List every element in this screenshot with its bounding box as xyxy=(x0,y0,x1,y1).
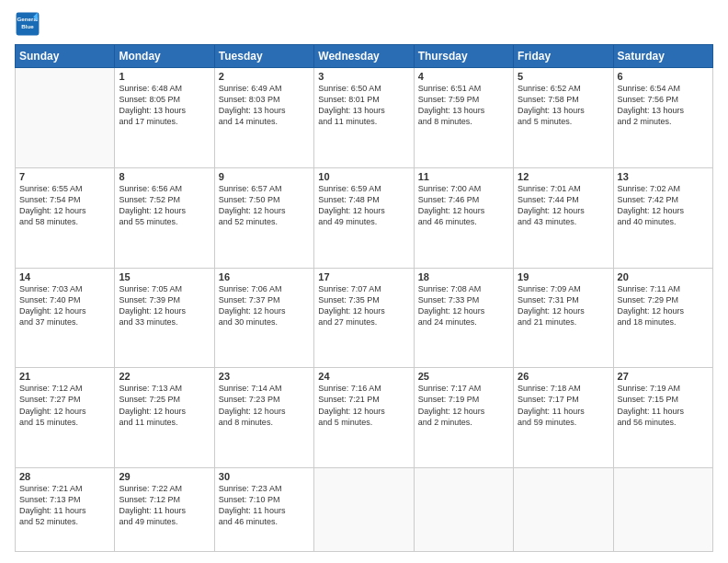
calendar-cell: 21Sunrise: 7:12 AM Sunset: 7:27 PM Dayli… xyxy=(16,368,115,468)
day-info: Sunrise: 7:06 AM Sunset: 7:37 PM Dayligh… xyxy=(219,283,310,328)
day-info: Sunrise: 6:54 AM Sunset: 7:56 PM Dayligh… xyxy=(618,83,709,128)
page: General Blue SundayMondayTuesdayWednesda… xyxy=(0,0,728,563)
day-number: 20 xyxy=(618,271,709,282)
logo-icon: General Blue xyxy=(15,11,40,37)
day-info: Sunrise: 7:00 AM Sunset: 7:46 PM Dayligh… xyxy=(418,183,509,228)
day-number: 11 xyxy=(418,171,509,182)
day-number: 4 xyxy=(418,71,509,82)
calendar-cell: 27Sunrise: 7:19 AM Sunset: 7:15 PM Dayli… xyxy=(613,368,712,468)
day-info: Sunrise: 7:22 AM Sunset: 7:12 PM Dayligh… xyxy=(119,483,210,528)
day-number: 25 xyxy=(418,371,509,382)
day-info: Sunrise: 7:18 AM Sunset: 7:17 PM Dayligh… xyxy=(518,383,609,428)
svg-text:Blue: Blue xyxy=(21,23,34,29)
day-info: Sunrise: 6:48 AM Sunset: 8:05 PM Dayligh… xyxy=(119,83,210,128)
calendar-cell: 18Sunrise: 7:08 AM Sunset: 7:33 PM Dayli… xyxy=(414,268,513,368)
day-info: Sunrise: 6:51 AM Sunset: 7:59 PM Dayligh… xyxy=(418,83,509,128)
day-info: Sunrise: 7:17 AM Sunset: 7:19 PM Dayligh… xyxy=(418,383,509,428)
day-number: 21 xyxy=(19,371,110,382)
day-number: 10 xyxy=(318,171,409,182)
calendar-cell: 5Sunrise: 6:52 AM Sunset: 7:58 PM Daylig… xyxy=(514,68,613,168)
calendar-cell: 22Sunrise: 7:13 AM Sunset: 7:25 PM Dayli… xyxy=(115,368,214,468)
weekday-header-row: SundayMondayTuesdayWednesdayThursdayFrid… xyxy=(16,45,713,68)
calendar-cell: 30Sunrise: 7:23 AM Sunset: 7:10 PM Dayli… xyxy=(214,468,313,552)
day-info: Sunrise: 6:50 AM Sunset: 8:01 PM Dayligh… xyxy=(318,83,409,128)
calendar-cell: 20Sunrise: 7:11 AM Sunset: 7:29 PM Dayli… xyxy=(613,268,712,368)
calendar-cell: 29Sunrise: 7:22 AM Sunset: 7:12 PM Dayli… xyxy=(115,468,214,552)
day-number: 1 xyxy=(119,71,210,82)
day-number: 7 xyxy=(19,171,110,182)
calendar-cell xyxy=(514,468,613,552)
day-info: Sunrise: 7:01 AM Sunset: 7:44 PM Dayligh… xyxy=(518,183,609,228)
weekday-header-friday: Friday xyxy=(514,45,613,68)
day-info: Sunrise: 7:12 AM Sunset: 7:27 PM Dayligh… xyxy=(19,383,110,428)
day-info: Sunrise: 6:55 AM Sunset: 7:54 PM Dayligh… xyxy=(19,183,110,228)
calendar-cell: 15Sunrise: 7:05 AM Sunset: 7:39 PM Dayli… xyxy=(115,268,214,368)
day-number: 22 xyxy=(119,371,210,382)
calendar-cell: 11Sunrise: 7:00 AM Sunset: 7:46 PM Dayli… xyxy=(414,167,513,268)
weekday-header-thursday: Thursday xyxy=(414,45,513,68)
calendar-week-5: 28Sunrise: 7:21 AM Sunset: 7:13 PM Dayli… xyxy=(16,468,713,552)
day-info: Sunrise: 7:21 AM Sunset: 7:13 PM Dayligh… xyxy=(19,483,110,528)
calendar-cell: 17Sunrise: 7:07 AM Sunset: 7:35 PM Dayli… xyxy=(314,268,414,368)
calendar-cell xyxy=(613,468,712,552)
day-info: Sunrise: 6:56 AM Sunset: 7:52 PM Dayligh… xyxy=(119,183,210,228)
day-info: Sunrise: 7:11 AM Sunset: 7:29 PM Dayligh… xyxy=(618,283,709,328)
calendar-cell xyxy=(414,468,513,552)
calendar-cell: 3Sunrise: 6:50 AM Sunset: 8:01 PM Daylig… xyxy=(314,68,414,168)
weekday-header-saturday: Saturday xyxy=(613,45,712,68)
header: General Blue xyxy=(15,11,713,37)
day-info: Sunrise: 7:07 AM Sunset: 7:35 PM Dayligh… xyxy=(318,283,409,328)
day-number: 8 xyxy=(119,171,210,182)
day-info: Sunrise: 7:09 AM Sunset: 7:31 PM Dayligh… xyxy=(518,283,609,328)
day-info: Sunrise: 6:57 AM Sunset: 7:50 PM Dayligh… xyxy=(219,183,310,228)
day-number: 2 xyxy=(219,71,310,82)
day-info: Sunrise: 7:19 AM Sunset: 7:15 PM Dayligh… xyxy=(618,383,709,428)
calendar-week-4: 21Sunrise: 7:12 AM Sunset: 7:27 PM Dayli… xyxy=(16,368,713,468)
day-info: Sunrise: 7:23 AM Sunset: 7:10 PM Dayligh… xyxy=(219,483,310,528)
calendar-table: SundayMondayTuesdayWednesdayThursdayFrid… xyxy=(15,44,713,552)
calendar-week-2: 7Sunrise: 6:55 AM Sunset: 7:54 PM Daylig… xyxy=(16,167,713,268)
day-number: 12 xyxy=(518,171,609,182)
calendar-cell: 7Sunrise: 6:55 AM Sunset: 7:54 PM Daylig… xyxy=(16,167,115,268)
day-number: 13 xyxy=(618,171,709,182)
calendar-cell: 14Sunrise: 7:03 AM Sunset: 7:40 PM Dayli… xyxy=(16,268,115,368)
day-number: 19 xyxy=(518,271,609,282)
logo: General Blue xyxy=(15,11,44,37)
day-info: Sunrise: 6:49 AM Sunset: 8:03 PM Dayligh… xyxy=(219,83,310,128)
calendar-cell: 12Sunrise: 7:01 AM Sunset: 7:44 PM Dayli… xyxy=(514,167,613,268)
calendar-cell xyxy=(16,68,115,168)
day-number: 27 xyxy=(618,371,709,382)
calendar-cell: 9Sunrise: 6:57 AM Sunset: 7:50 PM Daylig… xyxy=(214,167,313,268)
day-number: 15 xyxy=(119,271,210,282)
day-info: Sunrise: 7:02 AM Sunset: 7:42 PM Dayligh… xyxy=(618,183,709,228)
day-number: 23 xyxy=(219,371,310,382)
day-number: 18 xyxy=(418,271,509,282)
weekday-header-tuesday: Tuesday xyxy=(214,45,313,68)
day-number: 17 xyxy=(318,271,409,282)
calendar-week-3: 14Sunrise: 7:03 AM Sunset: 7:40 PM Dayli… xyxy=(16,268,713,368)
calendar-week-1: 1Sunrise: 6:48 AM Sunset: 8:05 PM Daylig… xyxy=(16,68,713,168)
calendar-cell: 26Sunrise: 7:18 AM Sunset: 7:17 PM Dayli… xyxy=(514,368,613,468)
day-number: 16 xyxy=(219,271,310,282)
day-number: 9 xyxy=(219,171,310,182)
calendar-cell: 2Sunrise: 6:49 AM Sunset: 8:03 PM Daylig… xyxy=(214,68,313,168)
day-info: Sunrise: 7:05 AM Sunset: 7:39 PM Dayligh… xyxy=(119,283,210,328)
calendar-cell: 1Sunrise: 6:48 AM Sunset: 8:05 PM Daylig… xyxy=(115,68,214,168)
weekday-header-wednesday: Wednesday xyxy=(314,45,414,68)
day-number: 29 xyxy=(119,471,210,482)
calendar-cell: 10Sunrise: 6:59 AM Sunset: 7:48 PM Dayli… xyxy=(314,167,414,268)
day-info: Sunrise: 6:59 AM Sunset: 7:48 PM Dayligh… xyxy=(318,183,409,228)
calendar-cell: 13Sunrise: 7:02 AM Sunset: 7:42 PM Dayli… xyxy=(613,167,712,268)
calendar-cell: 25Sunrise: 7:17 AM Sunset: 7:19 PM Dayli… xyxy=(414,368,513,468)
calendar-cell xyxy=(314,468,414,552)
calendar-cell: 23Sunrise: 7:14 AM Sunset: 7:23 PM Dayli… xyxy=(214,368,313,468)
day-number: 30 xyxy=(219,471,310,482)
calendar-cell: 8Sunrise: 6:56 AM Sunset: 7:52 PM Daylig… xyxy=(115,167,214,268)
day-number: 5 xyxy=(518,71,609,82)
day-number: 24 xyxy=(318,371,409,382)
day-number: 3 xyxy=(318,71,409,82)
calendar-cell: 28Sunrise: 7:21 AM Sunset: 7:13 PM Dayli… xyxy=(16,468,115,552)
day-number: 28 xyxy=(19,471,110,482)
day-info: Sunrise: 7:16 AM Sunset: 7:21 PM Dayligh… xyxy=(318,383,409,428)
calendar-cell: 6Sunrise: 6:54 AM Sunset: 7:56 PM Daylig… xyxy=(613,68,712,168)
